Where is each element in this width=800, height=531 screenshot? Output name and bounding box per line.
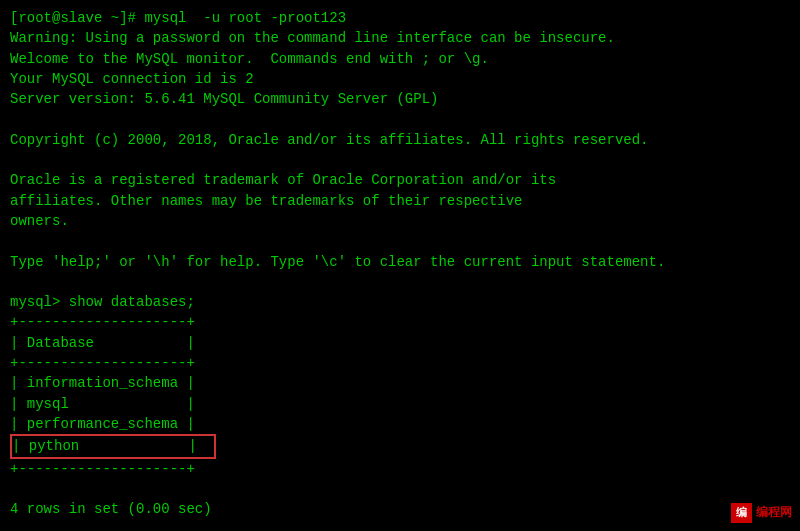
- warning-line: Warning: Using a password on the command…: [10, 28, 790, 48]
- table-row-information-schema: | information_schema |: [10, 373, 790, 393]
- table-row-mysql: | mysql |: [10, 394, 790, 414]
- empty-line-1: [10, 109, 790, 129]
- oracle-line1: Oracle is a registered trademark of Orac…: [10, 170, 790, 190]
- oracle-line3: owners.: [10, 211, 790, 231]
- table-header-row: | Database |: [10, 333, 790, 353]
- table-bottom-border: +--------------------+: [10, 459, 790, 479]
- watermark-icon: 编: [731, 503, 752, 523]
- show-databases-cmd: mysql> show databases;: [10, 292, 790, 312]
- server-version-line: Server version: 5.6.41 MySQL Community S…: [10, 89, 790, 109]
- welcome-line: Welcome to the MySQL monitor. Commands e…: [10, 49, 790, 69]
- connection-id-line: Your MySQL connection id is 2: [10, 69, 790, 89]
- table-row-performance-schema: | performance_schema |: [10, 414, 790, 434]
- help-line: Type 'help;' or '\h' for help. Type '\c'…: [10, 252, 790, 272]
- empty-line-6: [10, 519, 790, 531]
- watermark: 编 编程网: [731, 503, 792, 523]
- oracle-line2: affiliates. Other names may be trademark…: [10, 191, 790, 211]
- empty-line-5: [10, 479, 790, 499]
- result-line: 4 rows in set (0.00 sec): [10, 499, 790, 519]
- table-row-python: | python |: [10, 434, 216, 458]
- table-top-border: +--------------------+: [10, 312, 790, 332]
- empty-line-2: [10, 150, 790, 170]
- prompt-line: [root@slave ~]# mysql -u root -proot123: [10, 8, 790, 28]
- terminal-window: [root@slave ~]# mysql -u root -proot123 …: [0, 0, 800, 531]
- watermark-text: 编程网: [756, 504, 792, 521]
- databases-table: +--------------------+ | Database | +---…: [10, 312, 790, 478]
- empty-line-3: [10, 231, 790, 251]
- table-header-separator: +--------------------+: [10, 353, 790, 373]
- empty-line-4: [10, 272, 790, 292]
- copyright-line: Copyright (c) 2000, 2018, Oracle and/or …: [10, 130, 790, 150]
